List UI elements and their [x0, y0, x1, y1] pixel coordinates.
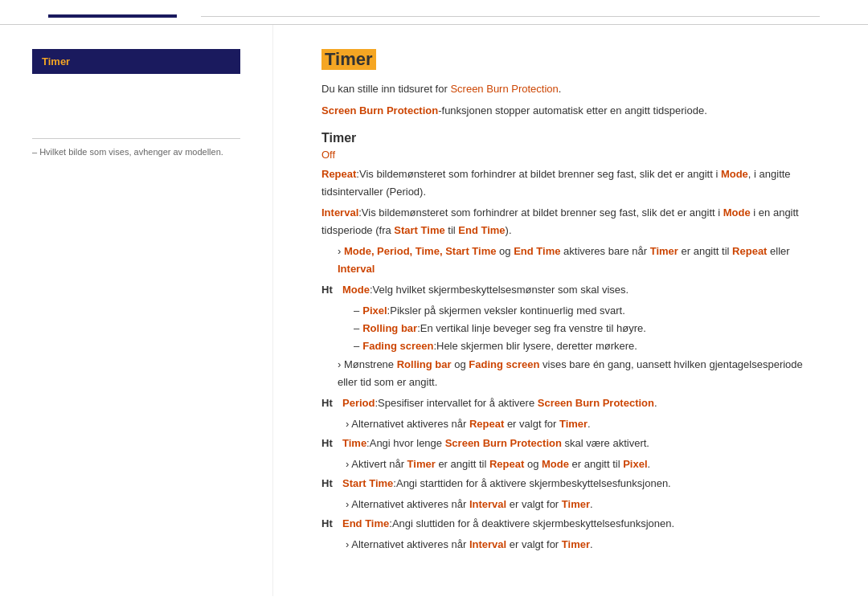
sub3-og: og [524, 458, 542, 470]
interval-label: Interval [321, 206, 358, 219]
intro-text-2: -funksjonen stopper automatisk etter en … [438, 104, 707, 116]
ht5-end: End Time [342, 517, 389, 529]
ht1-text: :Velg hvilket skjermbeskyttelsesmønster … [370, 284, 628, 296]
ht3-time: Time [342, 437, 366, 449]
top-bar-accent [48, 14, 177, 18]
interval-end: End Time [458, 224, 505, 236]
interval-text3: til [445, 224, 459, 236]
dash3-fading: Fading screen:Hele skjermen blir lysere,… [354, 337, 820, 355]
repeat-text: :Vis bildemønsteret som forhindrer at bi… [356, 168, 721, 180]
mønster-fading: Fading screen [469, 358, 539, 370]
main-layout: Timer – Hvilket bilde som vises, avhenge… [0, 25, 868, 596]
ht3-text: :Angi hvor lenge [366, 437, 445, 449]
interval-text4: ). [506, 224, 512, 236]
sidebar-item-timer[interactable]: Timer [32, 49, 240, 74]
dash3-text: :Hele skjermen blir lysere, deretter mør… [433, 337, 637, 355]
ht4-item: Ht Start Time:Angi starttiden for å akti… [321, 475, 820, 492]
sub5-text2: er valgt for [506, 538, 562, 550]
ht1-label: Ht [321, 281, 338, 299]
ht4-label: Ht [321, 475, 338, 492]
interval-text: :Vis bildemønsteret som forhindrer at bi… [358, 206, 723, 219]
sub2-text: Alternativet aktiveres når [351, 418, 469, 430]
ht4-text: :Angi starttiden for å aktivere skjermbe… [393, 477, 670, 489]
top-bar-line [201, 16, 820, 17]
note-eller: eller [767, 245, 789, 257]
ht4-content: Start Time:Angi starttiden for å aktiver… [342, 475, 820, 492]
sub5-timer: Timer [562, 538, 590, 550]
intro-link-2: Screen Burn Protection [321, 104, 438, 116]
ht3-label: Ht [321, 435, 338, 452]
sub4-end: . [590, 498, 593, 510]
note-repeat: Repeat [732, 245, 767, 257]
ht2-link: Screen Burn Protection [538, 397, 654, 409]
sub5-interval: Interval [469, 538, 506, 550]
sub3-note: Aktivert når Timer er angitt til Repeat … [346, 456, 820, 473]
dash3-fading-label: Fading screen [362, 337, 433, 355]
sub5-end: . [590, 538, 593, 550]
sub4-note: Alternativet aktiveres når Interval er v… [346, 496, 820, 513]
ht4-start: Start Time [342, 477, 393, 489]
sub4-timer: Timer [562, 498, 590, 510]
note-text2: er angitt til [678, 245, 732, 257]
content-area: Timer Du kan stille inn tidsuret for Scr… [273, 25, 868, 596]
ht2-end: . [654, 397, 657, 409]
ht2-label: Ht [321, 394, 338, 412]
sub3-mode: Mode [542, 458, 569, 470]
repeat-label: Repeat [321, 168, 356, 180]
ht3-text2: skal være aktivert. [562, 437, 649, 449]
intro-text-1-end: . [559, 83, 562, 95]
sidebar-divider [32, 138, 240, 139]
dash1-pixel-label: Pixel [362, 302, 387, 320]
sub3-repeat: Repeat [489, 458, 524, 470]
ht3-item: Ht Time:Angi hvor lenge Screen Burn Prot… [321, 435, 820, 452]
interval-start: Start Time [394, 224, 444, 236]
ht2-content: Period:Spesifiser intervallet for å akti… [342, 394, 820, 412]
note-interval: Interval [338, 263, 375, 275]
sub3-text: Aktivert når [351, 458, 407, 470]
ht3-content: Time:Angi hvor lenge Screen Burn Protect… [342, 435, 820, 452]
top-bar [0, 0, 868, 25]
dash1-pixel: Pixel:Piksler på skjermen veksler kontin… [354, 302, 820, 320]
intro-link-1: Screen Burn Protection [450, 83, 558, 95]
sub4-text2: er valgt for [506, 498, 562, 510]
note-og: og [496, 245, 514, 257]
ht1-mode: Mode [342, 284, 370, 296]
ht5-label: Ht [321, 515, 338, 533]
ht3-link: Screen Burn Protection [445, 437, 562, 449]
sub2-repeat: Repeat [469, 418, 504, 430]
dash2-rolling: Rolling bar:En vertikal linje beveger se… [354, 320, 820, 337]
ht2-period: Period [342, 397, 375, 409]
sub5-note: Alternativet aktiveres når Interval er v… [346, 536, 820, 554]
ht1-item: Ht Mode:Velg hvilket skjermbeskyttelsesm… [321, 281, 820, 299]
dash2-rolling-label: Rolling bar [362, 320, 417, 337]
dash1-text: :Piksler på skjermen veksler kontinuerli… [387, 302, 625, 320]
interval-line: Interval:Vis bildemønsteret som forhindr… [321, 204, 820, 239]
ht5-text: :Angi sluttiden for å deaktivere skjermb… [389, 517, 674, 529]
dash2-text: :En vertikal linje beveger seg fra venst… [417, 320, 646, 337]
sub3-end: . [648, 458, 651, 470]
sub3-text2: er angitt til [436, 458, 489, 470]
note-mode-period: Mode, Period, Time, Start Time og End Ti… [338, 243, 820, 278]
sub4-text: Alternativet aktiveres når [351, 498, 469, 510]
intro-text-1: Du kan stille inn tidsuret for [321, 83, 450, 95]
page-title: Timer [321, 49, 376, 70]
mønster-og: og [452, 358, 469, 370]
note-end-time: End Time [514, 245, 560, 257]
sub2-timer: Timer [559, 418, 588, 430]
section-title-timer: Timer [321, 131, 820, 145]
note-text: aktiveres bare når [560, 245, 649, 257]
interval-mode: Mode [723, 206, 751, 219]
ht5-item: Ht End Time:Angi sluttiden for å deaktiv… [321, 515, 820, 533]
ht2-item: Ht Period:Spesifiser intervallet for å a… [321, 394, 820, 412]
sub2-text2: er valgt for [504, 418, 559, 430]
sub3-timer: Timer [407, 458, 436, 470]
intro-line-2: Screen Burn Protection-funksjonen stoppe… [321, 103, 820, 120]
note-mode-period-text: Mode, Period, Time, Start Time [344, 245, 497, 257]
sub3-text3: er angitt til [569, 458, 623, 470]
sidebar-footnote: – Hvilket bilde som vises, avhenger av m… [32, 147, 240, 157]
ht1-content: Mode:Velg hvilket skjermbeskyttelsesmøns… [342, 281, 820, 299]
mønster-rolling: Rolling bar [397, 358, 452, 370]
intro-line-1: Du kan stille inn tidsuret for Screen Bu… [321, 81, 820, 98]
mønster-text1: Mønstrene [344, 358, 397, 370]
sub5-text: Alternativet aktiveres når [351, 538, 469, 550]
